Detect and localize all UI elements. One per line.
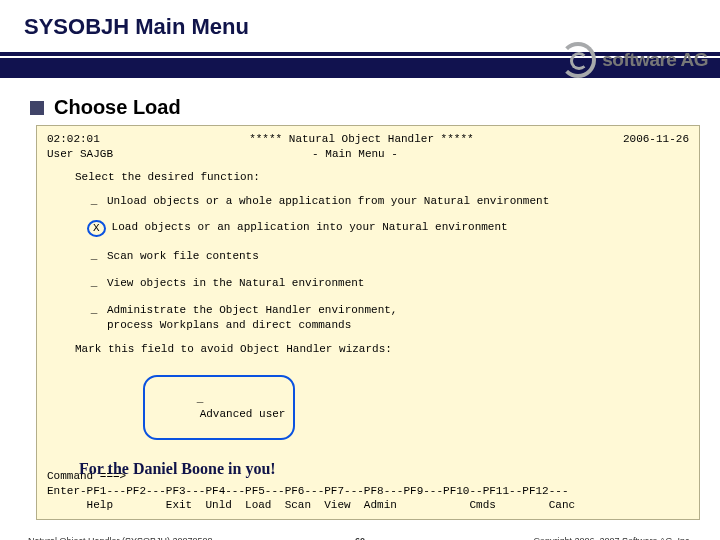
bullet-choose-load: Choose Load	[0, 84, 720, 123]
page-number: 60	[249, 536, 470, 540]
option-row-4[interactable]: _Administrate the Object Handler environ…	[47, 300, 689, 336]
option-mark[interactable]: X	[87, 220, 106, 237]
slogan-text: For the Daniel Boone in you!	[79, 458, 276, 480]
term-prompt: Select the desired function:	[47, 170, 689, 185]
term-time: 02:02:01	[47, 132, 100, 147]
pf-labels-row: Help Exit Unld Load Scan View Admin Cmds…	[47, 498, 689, 513]
option-text: Administrate the Object Handler environm…	[107, 303, 397, 333]
option-row-3[interactable]: _View objects in the Natural environment	[47, 273, 689, 294]
square-bullet-icon	[30, 101, 44, 115]
advanced-user-label: Advanced user	[200, 408, 286, 420]
option-mark[interactable]: _	[87, 249, 101, 264]
term-user: User SAJGB	[47, 147, 113, 162]
advanced-user-mark[interactable]: _	[193, 392, 207, 407]
software-ag-logo: software AG	[560, 42, 708, 78]
page-title: SYSOBJH Main Menu	[0, 0, 720, 46]
bullet-label: Choose Load	[54, 96, 181, 119]
option-row-1[interactable]: XLoad objects or an application into you…	[47, 217, 689, 240]
option-mark[interactable]: _	[87, 194, 101, 209]
option-row-0[interactable]: _Unload objects or a whole application f…	[47, 191, 689, 212]
term-date: 2006-11-26	[623, 132, 689, 147]
option-text: View objects in the Natural environment	[107, 276, 364, 291]
term-subtitle: - Main Menu -	[312, 147, 398, 162]
footer-left: Natural Object Handler (SYSOBJH) 2007050…	[28, 536, 249, 540]
term-header: ***** Natural Object Handler *****	[249, 132, 473, 147]
option-text: Scan work file contents	[107, 249, 259, 264]
advanced-user-oval[interactable]: _ Advanced user	[143, 375, 295, 439]
option-mark[interactable]: _	[87, 276, 101, 291]
option-row-2[interactable]: _Scan work file contents	[47, 246, 689, 267]
option-text: Load objects or an application into your…	[112, 220, 508, 237]
footer-right: Copyright 2006, 2007 Software AG, Inc.	[471, 536, 692, 540]
terminal-panel: 02:02:01 ***** Natural Object Handler **…	[36, 125, 700, 520]
logo-swirl-icon	[560, 42, 596, 78]
pf-keys-row: Enter-PF1---PF2---PF3---PF4---PF5---PF6-…	[47, 484, 689, 499]
option-mark[interactable]: _	[87, 303, 101, 333]
header-bar: software AG	[0, 46, 720, 84]
slide-footer: Natural Object Handler (SYSOBJH) 2007050…	[0, 524, 720, 540]
option-text: Unload objects or a whole application fr…	[107, 194, 549, 209]
logo-text: software AG	[602, 49, 708, 71]
term-avoid-label: Mark this field to avoid Object Handler …	[47, 342, 689, 357]
